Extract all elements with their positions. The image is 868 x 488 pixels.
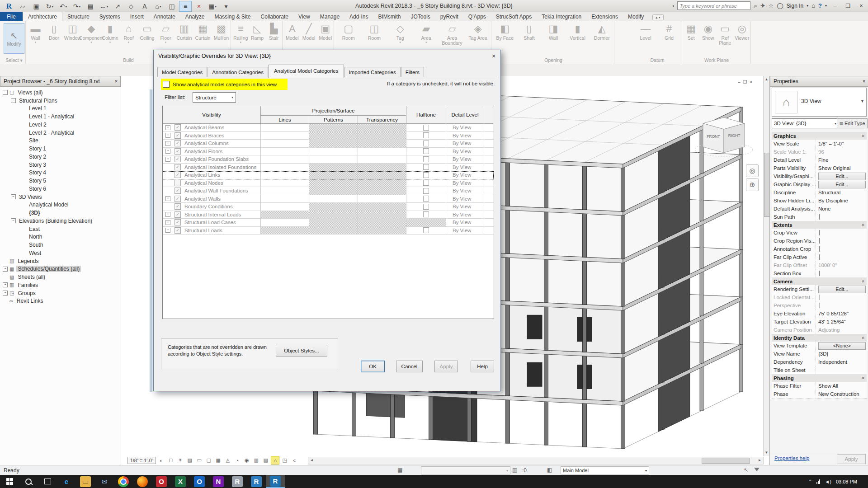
halftone-cell[interactable] (406, 171, 446, 179)
property-value[interactable]: 75' 0 85/128" (816, 311, 867, 316)
section-header-graphics[interactable]: Graphics« (772, 132, 867, 140)
panel-display-toggle[interactable]: ▴ ▾ (652, 14, 663, 20)
halftone-cell[interactable] (406, 155, 446, 164)
unlocked-view-icon[interactable]: ◬ (223, 456, 232, 465)
detail-level-cell[interactable]: By View (446, 195, 484, 203)
show-button[interactable]: ◉Show (700, 23, 717, 46)
favorites-icon[interactable]: ☆ (769, 2, 774, 9)
halftone-cell[interactable] (406, 148, 446, 156)
dialog-tab-annotation-categories[interactable]: Annotation Categories (208, 67, 268, 77)
transparency-cell[interactable] (358, 164, 406, 172)
property-value[interactable]: Edit... (816, 173, 867, 180)
show-analytical-categories-checkbox[interactable] (163, 81, 170, 88)
measure-icon[interactable]: ↔▾ (98, 1, 110, 12)
property-value[interactable]: 1000' 0" (816, 263, 867, 268)
tree-item-story-6[interactable]: Story 6 (0, 185, 47, 193)
worksharing-display-icon[interactable]: ▥ (252, 456, 260, 465)
tab-pyrevit[interactable]: pyRevit (435, 12, 463, 21)
tree-item-families[interactable]: +▥Families (0, 281, 39, 289)
tree-item-site[interactable]: Site (0, 137, 40, 145)
tree-item-elevations-building-elevation-[interactable]: −Elevations (Building Elevation) (0, 217, 94, 225)
open-icon[interactable]: ▱ (16, 1, 29, 12)
section-header-phasing[interactable]: Phasing« (772, 374, 867, 382)
zoom-icon[interactable]: ⊕ (746, 178, 759, 191)
visibility-checkbox[interactable]: ✓ (175, 188, 181, 194)
railing-button[interactable]: ≡Railing▾ (232, 23, 249, 44)
visibility-checkbox[interactable]: ✓ (175, 140, 181, 146)
hidden-icons-icon[interactable]: ⌃ (808, 479, 812, 484)
tree-expander-collapse-icon[interactable]: − (11, 218, 16, 223)
model-button[interactable]: ╱Model (301, 23, 317, 41)
visibility-cell[interactable]: +✓Analytical Braces (163, 132, 261, 140)
tab-q-apps[interactable]: Q'Apps (463, 12, 491, 21)
detail-level-cell[interactable]: By View (446, 227, 484, 235)
filter-list-combo[interactable]: Structure▾ (193, 92, 236, 103)
tab-modify[interactable]: Modify (623, 12, 649, 21)
category-row[interactable]: +✓Analytical BeamsBy View (163, 124, 494, 132)
halftone-checkbox[interactable] (423, 141, 429, 146)
halftone-cell[interactable] (406, 211, 446, 219)
visibility-cell[interactable]: +✓Analytical Beams (163, 124, 261, 132)
edit-type-button[interactable]: ▦ Edit Type (837, 118, 868, 128)
category-row[interactable]: +✓Analytical FloorsBy View (163, 148, 494, 156)
transparency-cell[interactable] (358, 148, 406, 156)
sync-icon[interactable]: ↻▾ (43, 1, 56, 12)
scroll-left-icon[interactable]: ◄ (309, 458, 315, 463)
dialog-tab-filters[interactable]: Filters (401, 67, 424, 77)
halftone-checkbox[interactable] (423, 196, 429, 202)
tab-file[interactable]: File (0, 12, 23, 21)
door-button[interactable]: ▯Door (45, 23, 63, 44)
row-expander-icon[interactable]: + (165, 133, 170, 138)
apply-button[interactable]: Apply (434, 361, 458, 372)
project-browser-close-icon[interactable]: × (112, 78, 120, 84)
visibility-checkbox[interactable]: ✓ (175, 132, 181, 139)
modify-button[interactable]: ↖ Modify (4, 23, 24, 54)
view-scale-button[interactable]: 1/8" = 1'-0" (127, 457, 156, 464)
select-dropdown[interactable]: Select ▾ (3, 57, 25, 63)
halftone-checkbox[interactable] (423, 227, 429, 233)
halftone-checkbox[interactable] (423, 172, 429, 178)
property-value[interactable] (816, 214, 867, 220)
lines-cell[interactable] (261, 203, 309, 211)
show-rendering-dialog-icon[interactable]: ▭ (195, 456, 203, 465)
tree-item-story-4[interactable]: Story 4 (0, 169, 47, 177)
restore-button[interactable]: ❒ (843, 3, 853, 9)
tab-structure[interactable]: Structure (62, 12, 94, 21)
detail-level-cell[interactable]: By View (446, 219, 484, 227)
tree-item-structural-plans[interactable]: −Structural Plans (0, 97, 59, 105)
tree-item-story-1[interactable]: Story 1 (0, 145, 47, 153)
transparency-cell[interactable] (358, 155, 406, 164)
area-button[interactable]: ▰Area▾ (417, 23, 436, 46)
tag-icon[interactable]: ◇ (125, 1, 137, 12)
tree-item-level-1[interactable]: Level 1 (0, 105, 48, 113)
section-collapse-icon[interactable]: « (861, 337, 866, 339)
view-minimize-icon[interactable]: – (738, 80, 741, 84)
revit-2018-icon[interactable]: R (266, 475, 285, 488)
temporary-view-properties-icon[interactable]: ▤ (261, 456, 270, 465)
visibility-cell[interactable]: +✓Analytical Columns (163, 140, 261, 148)
halftone-checkbox[interactable] (423, 188, 429, 194)
category-row[interactable]: +✓Analytical ColumnsBy View (163, 140, 494, 148)
text-icon[interactable]: A (138, 1, 151, 12)
category-row[interactable]: +Analytical NodesBy View (163, 179, 494, 188)
category-row[interactable]: +✓Analytical Foundation SlabsBy View (163, 155, 494, 164)
view-control-bar-collapse-icon[interactable]: < (290, 456, 298, 465)
lines-cell[interactable] (261, 187, 309, 195)
property-edit-button[interactable]: Edit... (818, 181, 866, 188)
lines-cell[interactable] (261, 195, 309, 203)
column-header-visibility[interactable]: Visibility (163, 106, 261, 124)
column-header-lines[interactable]: Lines (261, 116, 309, 124)
lines-cell[interactable] (261, 140, 309, 148)
visibility-cell[interactable]: +✓Analytical Links (163, 171, 261, 179)
property-checkbox[interactable] (819, 238, 820, 244)
tree-expander-collapse-icon[interactable]: − (3, 90, 8, 95)
tree-item-story-5[interactable]: Story 5 (0, 177, 47, 185)
visibility-checkbox[interactable]: ✓ (175, 148, 181, 155)
clock[interactable]: 03:08 PM (836, 479, 857, 484)
property-value[interactable]: By Discipline (816, 198, 867, 203)
onenote-icon[interactable]: N (209, 475, 228, 488)
patterns-cell[interactable] (309, 203, 358, 211)
save-icon[interactable]: ▣ (30, 1, 42, 12)
halftone-checkbox[interactable] (423, 156, 429, 162)
category-row[interactable]: +✓Analytical BracesBy View (163, 132, 494, 140)
